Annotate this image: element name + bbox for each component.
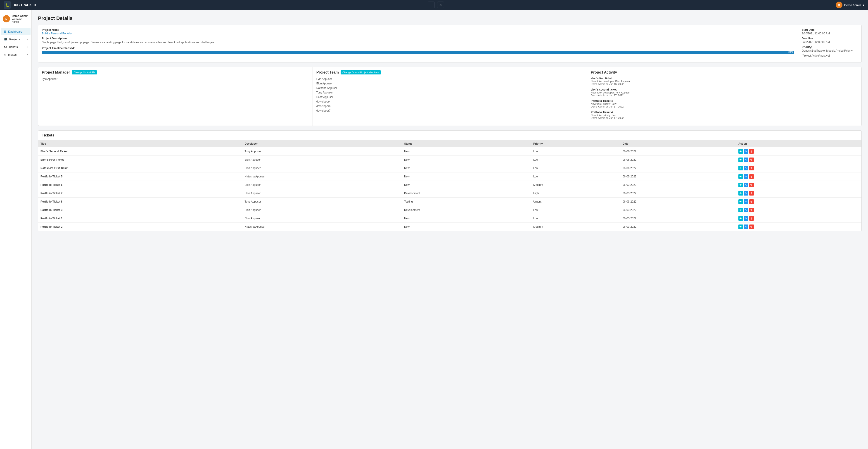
delete-icon[interactable]: 🗑 bbox=[749, 174, 754, 179]
project-activity-panel: Project Activity elon's first ticketNew … bbox=[587, 67, 862, 126]
view-icon[interactable]: 👁 bbox=[738, 216, 743, 221]
view-icon[interactable]: 👁 bbox=[738, 149, 743, 154]
main-content: Project Details Project Name Build a Per… bbox=[32, 10, 868, 449]
sidebar-item-invites[interactable]: ✉ Invites ▾ bbox=[1, 51, 31, 58]
delete-icon[interactable]: 🗑 bbox=[749, 191, 754, 196]
delete-icon[interactable]: 🗑 bbox=[749, 199, 754, 204]
ticket-title: Portfolio Ticket 8 bbox=[38, 198, 242, 206]
activity-item: elon's first ticketNew ticket developer:… bbox=[591, 77, 858, 85]
col-action: Action bbox=[736, 140, 862, 147]
ticket-actions: 👁 ✎ 🗑 bbox=[736, 181, 862, 189]
priority-value: GenesisBugTracker.Models.ProjectPriority bbox=[802, 49, 858, 52]
team-member: Natasha Appuser bbox=[316, 86, 584, 90]
delete-icon[interactable]: 🗑 bbox=[749, 149, 754, 154]
edit-icon[interactable]: ✎ bbox=[744, 224, 748, 229]
view-icon[interactable]: 👁 bbox=[738, 157, 743, 162]
edit-icon[interactable]: ✎ bbox=[744, 149, 748, 154]
delete-icon[interactable]: 🗑 bbox=[749, 216, 754, 221]
ticket-priority: Low bbox=[531, 156, 620, 164]
start-date-label: Start Date: bbox=[802, 28, 858, 31]
progress-bar-container: 100% bbox=[42, 51, 794, 54]
delete-icon[interactable]: 🗑 bbox=[749, 208, 754, 212]
sidebar-label-projects: Projects bbox=[9, 37, 20, 41]
ticket-title: Portfolio Ticket 7 bbox=[38, 189, 242, 198]
activity-item: Portfolio Ticket 4New ticket priority: L… bbox=[591, 111, 858, 119]
ticket-priority: Low bbox=[531, 206, 620, 214]
table-row: Portfolio Ticket 5 Natasha Appuser New L… bbox=[38, 173, 862, 181]
sidebar-item-dashboard[interactable]: ⊞ Dashboard bbox=[1, 28, 31, 35]
table-row: Portfolio Ticket 6 Elon Appuser New Medi… bbox=[38, 181, 862, 189]
sidebar-item-tickets[interactable]: 🏷 Tickets ▾ bbox=[1, 43, 31, 51]
close-button[interactable]: ✕ bbox=[437, 2, 444, 8]
view-icon[interactable]: 👁 bbox=[738, 224, 743, 229]
dashboard-icon: ⊞ bbox=[4, 30, 6, 33]
ticket-developer: Tony Appuser bbox=[242, 147, 402, 156]
edit-icon[interactable]: ✎ bbox=[744, 157, 748, 162]
ticket-date: 06-06-2022 bbox=[620, 147, 736, 156]
col-title: Title bbox=[38, 140, 242, 147]
deadline-label: Deadline: bbox=[802, 37, 858, 40]
col-priority: Priority bbox=[531, 140, 620, 147]
ticket-status: New bbox=[402, 156, 531, 164]
team-member: Scott Appuser bbox=[316, 95, 584, 99]
table-row: Portfolio Ticket 3 Elon Appuser Developm… bbox=[38, 206, 862, 214]
project-name-value[interactable]: Build a Personal Porfolio bbox=[42, 32, 794, 35]
table-row: Portfolio Ticket 7 Elon Appuser Developm… bbox=[38, 189, 862, 198]
ticket-actions: 👁 ✎ 🗑 bbox=[736, 173, 862, 181]
ticket-title: Natasha's First Ticket bbox=[38, 164, 242, 173]
ticket-date: 06-03-2022 bbox=[620, 223, 736, 231]
edit-icon[interactable]: ✎ bbox=[744, 199, 748, 204]
ticket-actions: 👁 ✎ 🗑 bbox=[736, 189, 862, 198]
project-team-panel: Project Team Change Or Add Project Membe… bbox=[313, 67, 587, 126]
edit-icon[interactable]: ✎ bbox=[744, 166, 748, 171]
ticket-status: Development bbox=[402, 206, 531, 214]
team-members-list: Lyle AppuserElon AppuserNatasha AppuserT… bbox=[316, 77, 584, 113]
table-row: Portfolio Ticket 2 Natasha Appuser New M… bbox=[38, 223, 862, 231]
top-nav-center: ☰ ✕ bbox=[428, 2, 444, 8]
edit-icon[interactable]: ✎ bbox=[744, 191, 748, 196]
activity-scroll[interactable]: elon's first ticketNew ticket developer:… bbox=[591, 77, 858, 122]
project-manager-name: Lyle Appuser bbox=[42, 77, 309, 81]
ticket-date: 06-03-2022 bbox=[620, 206, 736, 214]
user-chevron: ▾ bbox=[863, 3, 864, 7]
ticket-status: New bbox=[402, 164, 531, 173]
activity-item: Portfolio Ticket 4New ticket priority: L… bbox=[591, 99, 858, 108]
view-icon[interactable]: 👁 bbox=[738, 191, 743, 196]
tickets-table: Title Developer Status Priority Date Act… bbox=[38, 140, 862, 231]
view-icon[interactable]: 👁 bbox=[738, 199, 743, 204]
project-team-title: Project Team Change Or Add Project Membe… bbox=[316, 70, 584, 74]
tickets-table-head: Title Developer Status Priority Date Act… bbox=[38, 140, 862, 147]
ticket-developer: Elon Appuser bbox=[242, 189, 402, 198]
delete-icon[interactable]: 🗑 bbox=[749, 183, 754, 187]
view-icon[interactable]: 👁 bbox=[738, 183, 743, 187]
tickets-chevron: ▾ bbox=[27, 46, 28, 48]
view-icon[interactable]: 👁 bbox=[738, 166, 743, 171]
ticket-date: 06-03-2022 bbox=[620, 181, 736, 189]
user-menu[interactable]: D Demo Admin ▾ bbox=[836, 2, 864, 8]
table-row: Elon's First Ticket Elon Appuser New Low… bbox=[38, 156, 862, 164]
edit-icon[interactable]: ✎ bbox=[744, 174, 748, 179]
change-add-pm-button[interactable]: Change Or Add PM bbox=[72, 70, 97, 74]
ticket-date: 06-06-2022 bbox=[620, 164, 736, 173]
hamburger-button[interactable]: ☰ bbox=[428, 2, 434, 8]
timeline-label: Project Timeline Elapsed: bbox=[42, 47, 794, 50]
view-icon[interactable]: 👁 bbox=[738, 174, 743, 179]
priority-label: Priority: bbox=[802, 46, 858, 49]
project-manager-panel: Project Manager Change Or Add PM Lyle Ap… bbox=[38, 67, 313, 126]
team-member: Tony Appuser bbox=[316, 90, 584, 95]
activity-item: elon's second ticketNew ticket developer… bbox=[591, 88, 858, 97]
edit-icon[interactable]: ✎ bbox=[744, 216, 748, 221]
ticket-status: Development bbox=[402, 189, 531, 198]
edit-icon[interactable]: ✎ bbox=[744, 208, 748, 212]
ticket-actions: 👁 ✎ 🗑 bbox=[736, 214, 862, 223]
change-add-members-button[interactable]: Change Or Add Project Members bbox=[341, 70, 381, 74]
delete-icon[interactable]: 🗑 bbox=[749, 224, 754, 229]
delete-icon[interactable]: 🗑 bbox=[749, 166, 754, 171]
sidebar-item-projects[interactable]: 💻 Projects ▾ bbox=[1, 35, 31, 43]
ticket-actions: 👁 ✎ 🗑 bbox=[736, 223, 862, 231]
delete-icon[interactable]: 🗑 bbox=[749, 157, 754, 162]
ticket-priority: Low bbox=[531, 173, 620, 181]
view-icon[interactable]: 👁 bbox=[738, 208, 743, 212]
edit-icon[interactable]: ✎ bbox=[744, 183, 748, 187]
page-title: Project Details bbox=[38, 16, 862, 21]
